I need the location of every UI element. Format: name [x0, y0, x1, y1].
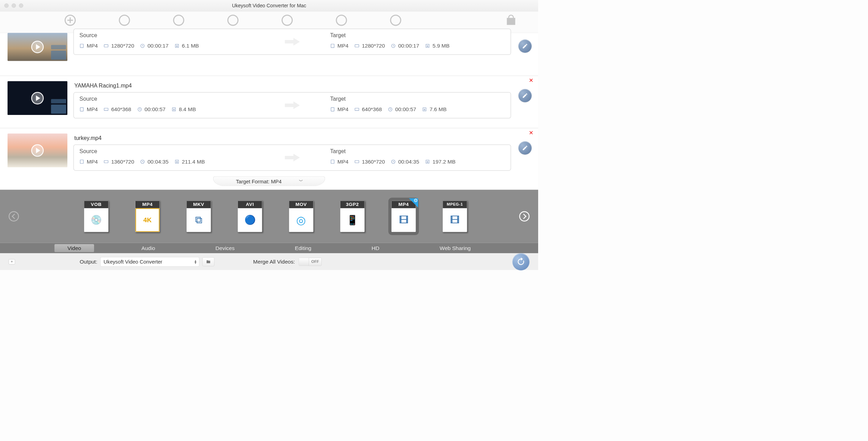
svg-rect-4 [331, 44, 334, 48]
target-label: Target [330, 32, 505, 39]
output-path-value: Ukeysoft Video Converter [103, 259, 162, 265]
tab-audio[interactable]: Audio [128, 244, 168, 252]
watermark-text-button[interactable] [336, 15, 347, 26]
source-stats: MP4 1280*720 00:00:17 6.1 MB [80, 43, 254, 49]
updown-icon: ▲▼ [194, 260, 197, 264]
resolution-icon [354, 159, 359, 164]
video-thumbnail[interactable] [8, 133, 67, 167]
resolution-icon [354, 43, 359, 48]
remove-button[interactable]: ✕ [529, 130, 534, 136]
play-icon[interactable] [31, 144, 44, 157]
output-label: Output: [80, 259, 97, 265]
file-list: Source MP4 1280*720 00:00:17 6.1 MB Targ… [0, 33, 538, 181]
format-mp4-4k[interactable]: MP44K [135, 201, 160, 232]
titlebar: Ukeysoft Video Converter for Mac [0, 0, 538, 11]
window-title: Ukeysoft Video Converter for Mac [0, 3, 538, 9]
tab-devices[interactable]: Devices [202, 244, 248, 252]
format-icon [330, 43, 335, 48]
svg-rect-13 [355, 108, 359, 110]
format-3gp2[interactable]: 3GP2📱 [340, 201, 365, 232]
duration-icon [140, 43, 145, 48]
size-icon [422, 107, 427, 112]
format-vob[interactable]: VOB💿 [84, 201, 109, 232]
remove-button[interactable]: ✕ [529, 77, 534, 84]
edit-button[interactable] [518, 39, 532, 52]
size-icon [172, 107, 176, 112]
resolution-icon [104, 43, 109, 48]
scroll-right-button[interactable] [519, 211, 529, 222]
source-stats: MP4 640*368 00:00:57 8.4 MB [80, 106, 254, 113]
merge-state: OFF [309, 259, 322, 264]
target-stats: MP4 640*368 00:00:57 7.6 MB [330, 106, 505, 113]
svg-rect-21 [355, 160, 359, 163]
add-file-button[interactable] [65, 15, 76, 26]
video-thumbnail[interactable] [8, 81, 67, 115]
chevron-down-icon: ︾ [299, 178, 302, 184]
scroll-left-button[interactable] [9, 211, 19, 222]
resolution-icon [104, 107, 109, 112]
format-mpeg1[interactable]: MPEG-1🎞 [443, 201, 467, 232]
svg-rect-8 [80, 108, 83, 111]
format-icon [330, 107, 335, 112]
duration-icon [391, 43, 396, 48]
arrow-icon [260, 93, 325, 118]
svg-rect-5 [355, 44, 359, 47]
conversion-card: Source MP4 1360*720 00:04:35 211.4 MB Ta… [73, 144, 511, 171]
resolution-icon [354, 107, 359, 112]
open-folder-button[interactable] [202, 257, 215, 266]
add-output-button[interactable]: + [9, 259, 15, 264]
format-avi[interactable]: AVI🔵 [237, 201, 262, 232]
svg-rect-9 [104, 108, 108, 110]
trim-button[interactable] [119, 15, 130, 26]
file-name: YAMAHA Racing1.mp4 [74, 82, 511, 89]
target-stats: MP4 1360*720 00:04:35 197.2 MB [330, 158, 505, 165]
format-mkv[interactable]: MKV⧉ [186, 201, 211, 232]
source-label: Source [80, 148, 254, 155]
target-label: Target [330, 95, 505, 102]
svg-rect-20 [331, 160, 334, 163]
tab-hd[interactable]: HD [359, 244, 392, 252]
play-icon[interactable] [31, 41, 44, 53]
svg-rect-16 [80, 160, 83, 163]
target-format-toggle[interactable]: Target Format: MP4 ︾ [213, 176, 325, 186]
output-path-select[interactable]: Ukeysoft Video Converter ▲▼ [100, 257, 199, 266]
format-mp4[interactable]: MP4🎞 [391, 201, 416, 232]
merge-toggle[interactable]: OFF [299, 258, 322, 266]
convert-button[interactable] [512, 253, 530, 271]
source-stats: MP4 1360*720 00:04:35 211.4 MB [80, 158, 254, 165]
format-category-tabs: Video Audio Devices Editing HD Web Shari… [0, 243, 538, 253]
arrow-icon [260, 145, 325, 170]
tab-video[interactable]: Video [55, 244, 94, 252]
video-thumbnail[interactable] [8, 33, 67, 61]
format-strip: VOB💿 MP44K MKV⧉ AVI🔵 MOV◎ 3GP2📱 MP4🎞 MPE… [0, 190, 538, 243]
format-icon [80, 43, 84, 48]
play-icon[interactable] [31, 92, 44, 104]
file-row[interactable]: ✕ turkey.mp4 Source MP4 1360*720 00:04:3… [0, 128, 538, 181]
store-icon[interactable] [506, 15, 517, 26]
effect-button[interactable] [282, 15, 293, 26]
tab-editing[interactable]: Editing [282, 244, 324, 252]
edit-button[interactable] [518, 141, 532, 155]
svg-rect-1 [104, 44, 108, 47]
tab-web-sharing[interactable]: Web Sharing [427, 244, 484, 252]
conversion-card: Source MP4 640*368 00:00:57 8.4 MB Targe… [73, 92, 511, 118]
subtitle-button[interactable] [390, 15, 401, 26]
duration-icon [388, 107, 393, 112]
crop-button[interactable] [227, 15, 239, 26]
svg-rect-0 [80, 44, 83, 48]
size-icon [425, 43, 430, 48]
size-icon [425, 159, 430, 164]
edit-button[interactable] [518, 89, 532, 102]
target-stats: MP4 1280*720 00:00:17 5.9 MB [330, 43, 505, 49]
format-mov[interactable]: MOV◎ [289, 201, 314, 232]
size-icon [175, 43, 180, 48]
svg-rect-12 [331, 108, 334, 111]
duration-icon [140, 159, 145, 164]
file-row[interactable]: Source MP4 1280*720 00:00:17 6.1 MB Targ… [0, 33, 538, 76]
resolution-icon [104, 159, 109, 164]
bottom-bar: + Output: Ukeysoft Video Converter ▲▼ Me… [0, 253, 538, 270]
rotate-button[interactable] [173, 15, 184, 26]
file-row[interactable]: ✕ YAMAHA Racing1.mp4 Source MP4 640*368 … [0, 76, 538, 128]
duration-icon [137, 107, 142, 112]
source-label: Source [80, 95, 254, 102]
